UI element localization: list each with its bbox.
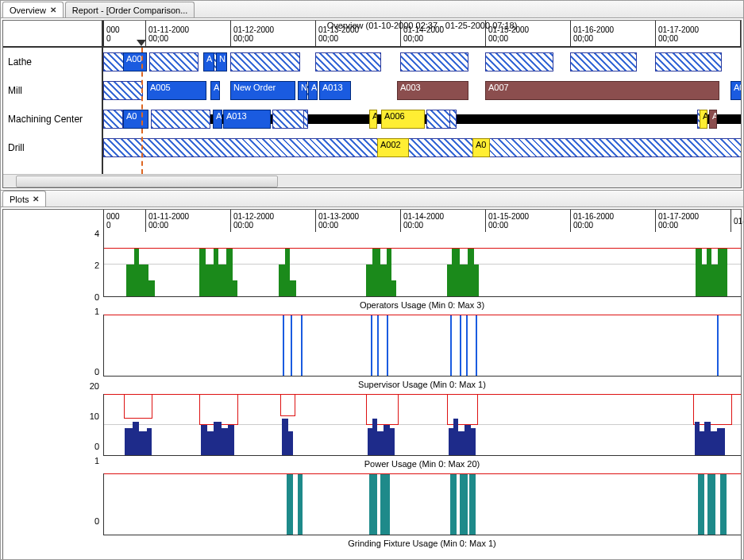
gantt-area[interactable]: LatheMillMachining CenterDrill Overview … xyxy=(3,21,741,174)
chart-bar xyxy=(458,431,465,455)
now-marker-icon[interactable] xyxy=(137,40,146,46)
gantt-idle-block xyxy=(485,52,553,71)
chart-bar xyxy=(222,428,228,455)
time-tick: 01-17-200000:00 xyxy=(655,210,699,232)
chart-bar xyxy=(282,419,288,455)
tab-plots[interactable]: Plots ✕ xyxy=(2,191,46,207)
gantt-task-bar[interactable]: A xyxy=(700,110,707,129)
chart[interactable]: Supervisor Usage (Min 0: Max 1) xyxy=(103,315,741,389)
time-tick: 01-12-200000:00 xyxy=(230,210,274,232)
gantt-task-bar[interactable]: A013 xyxy=(319,81,351,100)
chart-bar xyxy=(139,265,148,296)
gantt-title: Overview (01-10-2000 02:37 - 01-25-2000 … xyxy=(103,21,741,31)
chart-bar xyxy=(147,428,152,455)
gantt-task-bar[interactable]: A xyxy=(213,110,222,129)
chart-bar xyxy=(469,474,476,535)
tab-overview[interactable]: Overview ✕ xyxy=(2,2,64,17)
gantt-task-bar[interactable]: A005 xyxy=(147,81,206,100)
time-tick: 01-14-200000:00 xyxy=(400,210,444,232)
chart-bar xyxy=(369,474,377,535)
chart-bar xyxy=(139,431,147,455)
gantt-task-bar[interactable]: A xyxy=(203,52,214,71)
chart-bar xyxy=(380,474,390,535)
chart-bar xyxy=(717,428,725,455)
gantt-task-bar[interactable]: A0 xyxy=(472,138,490,157)
tab-report[interactable]: Report - [Order Comparison... xyxy=(65,2,195,17)
plots-main[interactable]: 000001-11-200000:0001-12-200000:0001-13-… xyxy=(103,210,741,560)
chart-bar xyxy=(387,315,388,376)
chart[interactable]: Power Usage (Min 0: Max 20) xyxy=(103,394,741,469)
gantt-task-bar[interactable]: A007 xyxy=(485,81,719,100)
gantt-task-bar[interactable]: A003 xyxy=(397,81,468,100)
chart-bar xyxy=(696,249,702,296)
chart-caption: Supervisor Usage (Min 0: Max 1) xyxy=(103,380,741,389)
chart-y-labels: 01 xyxy=(3,310,103,384)
chart[interactable]: Operators Usage (Min 0: Max 3) xyxy=(103,232,741,310)
chart-bar xyxy=(218,265,226,296)
scrollbar-thumb[interactable] xyxy=(16,176,278,187)
gantt-idle-block xyxy=(149,52,199,71)
close-icon[interactable]: ✕ xyxy=(33,195,39,203)
time-tick: 01-16-200000:00 xyxy=(570,210,614,232)
gantt-row[interactable]: A002A0 xyxy=(103,133,741,162)
gantt-task-bar[interactable]: New Order xyxy=(230,81,295,100)
chart-bar xyxy=(380,265,387,296)
chart-bar xyxy=(698,474,704,535)
chart-bar xyxy=(133,422,139,455)
close-icon[interactable]: ✕ xyxy=(50,6,56,14)
chart-bar xyxy=(460,474,468,535)
chart-caption: Power Usage (Min 0: Max 20) xyxy=(103,459,741,469)
time-tick: 0000 xyxy=(103,210,120,232)
gantt-idle-block xyxy=(655,52,722,71)
chart-bar xyxy=(228,425,234,455)
chart-bar xyxy=(377,315,379,376)
chart-bar xyxy=(283,315,284,376)
chart-bar xyxy=(199,249,206,296)
gantt-task-bar[interactable]: A xyxy=(709,110,717,129)
gantt-task-bar[interactable]: A xyxy=(308,81,318,100)
gantt-task-bar[interactable]: N xyxy=(216,52,227,71)
gantt-rows[interactable]: A00ANA005ANew OrderNAA013A003A007A01A0AA… xyxy=(103,48,741,162)
chart-caption: Grinding Fixture Usage (Min 0: Max 1) xyxy=(103,539,741,548)
chart-bar xyxy=(126,265,134,296)
chart-bar xyxy=(474,265,479,296)
chart-area xyxy=(103,394,741,456)
chart-bar xyxy=(452,249,460,296)
chart-bar xyxy=(291,315,292,376)
gantt-body[interactable]: Overview (01-10-2000 02:37 - 01-25-2000 … xyxy=(103,21,741,174)
gantt-task-bar[interactable]: A002 xyxy=(377,138,409,157)
gantt-row[interactable]: A00AN xyxy=(103,48,741,76)
chart-bar xyxy=(287,474,293,535)
gantt-task-bar[interactable]: A01 xyxy=(731,81,741,100)
gantt-task-bar[interactable]: A xyxy=(210,81,220,100)
plots-y-gutter: 024010102001 xyxy=(3,210,103,560)
chart-y-labels: 01020 xyxy=(3,384,103,459)
gantt-scrollbar-horizontal[interactable] xyxy=(3,174,741,187)
gantt-resource-row: Drill xyxy=(3,133,102,162)
gantt-task-bar[interactable] xyxy=(272,110,304,129)
gantt-task-bar[interactable]: A xyxy=(369,110,377,129)
gantt-task-bar[interactable]: A006 xyxy=(381,110,425,129)
gantt-resource-row: Mill xyxy=(3,76,102,105)
gantt-task-bar[interactable]: A00 xyxy=(123,52,147,71)
gantt-task-bar[interactable] xyxy=(151,110,210,129)
tab-report-label: Report - [Order Comparison... xyxy=(72,6,188,15)
chart[interactable]: Grinding Fixture Usage (Min 0: Max 1) xyxy=(103,473,741,548)
gantt-row[interactable]: A005ANew OrderNAA013A003A007A01 xyxy=(103,76,741,105)
chart-bar xyxy=(717,315,719,376)
gantt-idle-block xyxy=(103,81,143,100)
chart-bar xyxy=(201,425,207,455)
chart-bar xyxy=(377,431,384,455)
limit-line xyxy=(104,315,741,315)
gantt-idle-block xyxy=(315,52,381,71)
chart-bar xyxy=(718,249,727,296)
chart-bar xyxy=(450,315,452,376)
gantt-task-bar[interactable] xyxy=(426,110,450,129)
chart-area xyxy=(103,473,741,535)
gantt-task-bar[interactable]: N xyxy=(298,81,307,100)
gantt-task-bar[interactable]: A013 xyxy=(223,110,271,129)
now-line xyxy=(141,48,143,174)
gantt-task-bar[interactable]: A0 xyxy=(123,110,148,129)
chart-bar xyxy=(711,431,717,455)
gantt-row[interactable]: A0AA013AA006AA xyxy=(103,105,741,133)
